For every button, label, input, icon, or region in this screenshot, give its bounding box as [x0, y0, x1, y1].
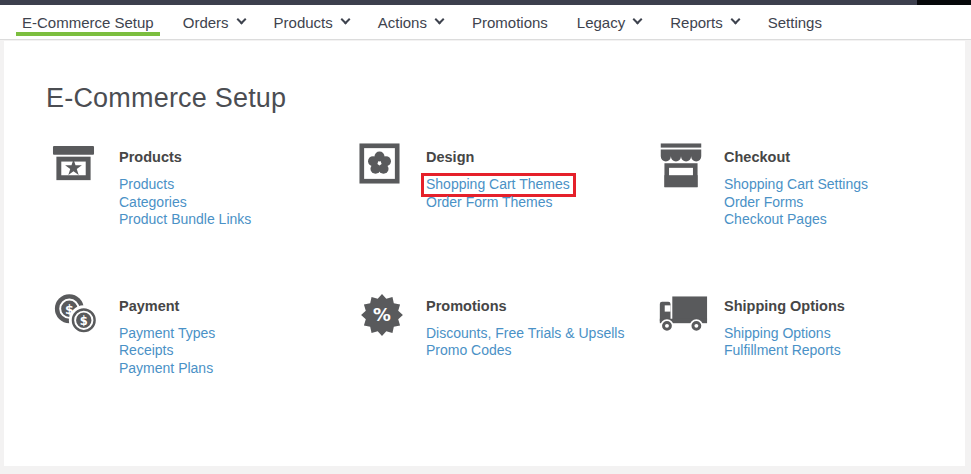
link-receipts[interactable]: Receipts: [119, 342, 173, 360]
link-order-form-themes[interactable]: Order Form Themes: [426, 194, 553, 212]
setup-section-shipping-options: Shipping Options Shipping OptionsFulfill…: [657, 295, 965, 378]
section-title: Products: [119, 149, 251, 165]
nav-item-label: E-Commerce Setup: [22, 14, 154, 31]
percent-badge-icon: %: [359, 292, 415, 338]
link-shopping-cart-themes[interactable]: Shopping Cart Themes: [426, 176, 570, 194]
nav-items: E-Commerce Setup Orders Products Actions…: [16, 5, 845, 40]
setup-sections-grid: Products ProductsCategoriesProduct Bundl…: [52, 146, 965, 377]
section-links: Discounts, Free Trials & UpsellsPromo Co…: [426, 325, 624, 360]
setup-section-payment: $$ Payment Payment TypesReceiptsPayment …: [52, 295, 359, 378]
section-links: Shipping OptionsFulfillment Reports: [724, 325, 845, 360]
setup-section-checkout: Checkout Shopping Cart SettingsOrder For…: [657, 146, 965, 229]
nav-item-label: Settings: [768, 14, 822, 31]
nav-item-label: Promotions: [472, 14, 548, 31]
setup-section-promotions: % Promotions Discounts, Free Trials & Up…: [359, 295, 657, 378]
link-order-forms[interactable]: Order Forms: [724, 194, 803, 212]
setup-section-design: Design Shopping Cart ThemesOrder Form Th…: [359, 146, 657, 229]
chevron-down-icon: [633, 15, 643, 25]
design-flower-icon: [359, 143, 415, 184]
nav-item-label: Legacy: [577, 14, 625, 31]
nav-item-e-commerce-setup[interactable]: E-Commerce Setup: [16, 5, 160, 40]
chevron-down-icon: [730, 15, 740, 25]
chevron-down-icon: [236, 15, 246, 25]
section-links: Payment TypesReceiptsPayment Plans: [119, 325, 215, 378]
svg-text:%: %: [373, 305, 391, 325]
section-title: Design: [426, 149, 570, 165]
link-shipping-options[interactable]: Shipping Options: [724, 325, 831, 343]
section-links: Shopping Cart SettingsOrder FormsCheckou…: [724, 176, 868, 229]
link-payment-types[interactable]: Payment Types: [119, 325, 215, 343]
nav-item-label: Products: [274, 14, 333, 31]
storefront-icon: [657, 143, 713, 189]
section-links: ProductsCategoriesProduct Bundle Links: [119, 176, 251, 229]
link-promo-codes[interactable]: Promo Codes: [426, 342, 512, 360]
setup-section-products: Products ProductsCategoriesProduct Bundl…: [52, 146, 359, 229]
nav-item-legacy[interactable]: Legacy: [571, 5, 647, 40]
main-nav: E-Commerce Setup Orders Products Actions…: [0, 5, 971, 40]
chevron-down-icon: [435, 15, 445, 25]
nav-item-actions[interactable]: Actions: [372, 5, 449, 40]
link-products[interactable]: Products: [119, 176, 174, 194]
link-discounts-free-trials-upsells[interactable]: Discounts, Free Trials & Upsells: [426, 325, 624, 343]
section-title: Payment: [119, 298, 215, 314]
section-title: Promotions: [426, 298, 624, 314]
nav-item-label: Reports: [670, 14, 723, 31]
page-title: E-Commerce Setup: [46, 83, 965, 113]
active-tab-underline: [16, 32, 160, 36]
link-fulfillment-reports[interactable]: Fulfillment Reports: [724, 342, 841, 360]
section-title: Shipping Options: [724, 298, 845, 314]
nav-item-orders[interactable]: Orders: [177, 5, 251, 40]
section-title: Checkout: [724, 149, 868, 165]
top-accent-bar-dark-segment: [917, 0, 971, 5]
link-payment-plans[interactable]: Payment Plans: [119, 360, 213, 378]
truck-icon: [657, 292, 713, 333]
nav-item-promotions[interactable]: Promotions: [466, 5, 554, 40]
coins-icon: $$: [52, 292, 108, 337]
link-checkout-pages[interactable]: Checkout Pages: [724, 211, 827, 229]
products-box-icon: [52, 143, 108, 186]
content-panel: E-Commerce Setup Products ProductsCatego…: [4, 41, 965, 466]
link-shopping-cart-settings[interactable]: Shopping Cart Settings: [724, 176, 868, 194]
section-links: Shopping Cart ThemesOrder Form Themes: [426, 176, 570, 211]
link-product-bundle-links[interactable]: Product Bundle Links: [119, 211, 251, 229]
chevron-down-icon: [340, 15, 350, 25]
nav-item-label: Orders: [183, 14, 229, 31]
svg-text:$: $: [80, 313, 88, 327]
nav-item-reports[interactable]: Reports: [664, 5, 745, 40]
link-categories[interactable]: Categories: [119, 194, 187, 212]
nav-item-products[interactable]: Products: [268, 5, 355, 40]
nav-item-settings[interactable]: Settings: [762, 5, 828, 40]
nav-item-label: Actions: [378, 14, 427, 31]
